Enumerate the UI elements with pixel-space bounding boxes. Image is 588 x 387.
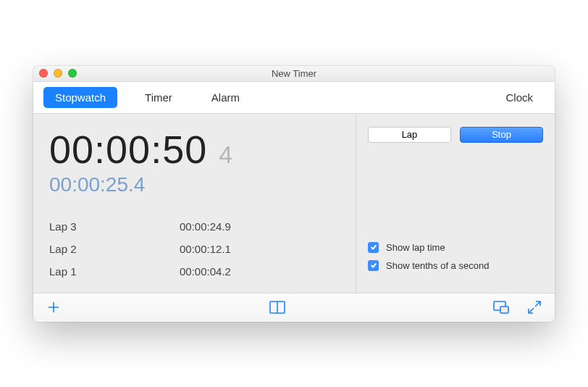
svg-line-7 [529,308,534,313]
options: Show lap time Show tenths of a second [368,220,543,283]
svg-rect-5 [500,307,508,313]
app-window: New Timer Stopwatch Timer Alarm Clock 00… [33,66,555,322]
checkbox-checked-icon[interactable] [368,260,379,271]
minimize-button[interactable] [54,69,62,78]
pip-button[interactable] [491,297,511,317]
lap-button[interactable]: Lap [368,127,451,143]
current-lap-time: 00:00:25.4 [49,173,340,196]
lap-list: Lap 3 00:00:24.9 Lap 2 00:00:12.1 Lap 1 … [49,215,340,283]
elapsed-tenths: 4 [219,141,232,169]
rectangle-overlay-icon [493,301,509,314]
lap-label: Lap 3 [49,220,180,233]
tab-timer[interactable]: Timer [133,87,184,108]
expand-icon [527,300,542,315]
left-panel: 00:00:50 4 00:00:25.4 Lap 3 00:00:24.9 L… [33,114,356,293]
tab-alarm[interactable]: Alarm [200,87,251,108]
lap-time: 00:00:24.9 [180,220,231,233]
main-time-row: 00:00:50 4 [49,127,340,172]
lap-row: Lap 2 00:00:12.1 [49,238,340,260]
option-label: Show lap time [386,242,445,253]
stop-button[interactable]: Stop [460,127,543,143]
right-panel: Lap Stop Show lap time Show tenths of a … [356,114,555,293]
button-row: Lap Stop [368,127,543,143]
close-button[interactable] [39,69,48,78]
elapsed-time: 00:00:50 [49,127,207,172]
svg-line-6 [535,301,540,307]
lap-row: Lap 1 00:00:04.2 [49,260,340,283]
content-area: 00:00:50 4 00:00:25.4 Lap 3 00:00:24.9 L… [33,114,555,293]
option-show-lap-time[interactable]: Show lap time [368,242,543,253]
traffic-lights [39,69,77,78]
layout-button[interactable] [267,297,287,317]
lap-row: Lap 3 00:00:24.9 [49,215,340,238]
lap-time: 00:00:04.2 [180,265,231,278]
lap-time: 00:00:12.1 [180,243,231,255]
tab-bar: Stopwatch Timer Alarm Clock [33,82,555,114]
fullscreen-button[interactable] [524,297,545,317]
option-label: Show tenths of a second [386,260,489,271]
lap-label: Lap 2 [49,243,180,255]
book-icon [269,301,285,314]
bottom-toolbar [33,293,555,322]
plus-icon [46,300,61,315]
lap-label: Lap 1 [49,265,180,278]
tab-clock[interactable]: Clock [494,87,545,108]
titlebar: New Timer [33,66,555,82]
window-title: New Timer [33,68,555,79]
checkbox-checked-icon[interactable] [368,242,379,253]
add-button[interactable] [43,297,64,317]
option-show-tenths[interactable]: Show tenths of a second [368,260,543,271]
tab-stopwatch[interactable]: Stopwatch [43,87,117,108]
maximize-button[interactable] [68,69,77,78]
